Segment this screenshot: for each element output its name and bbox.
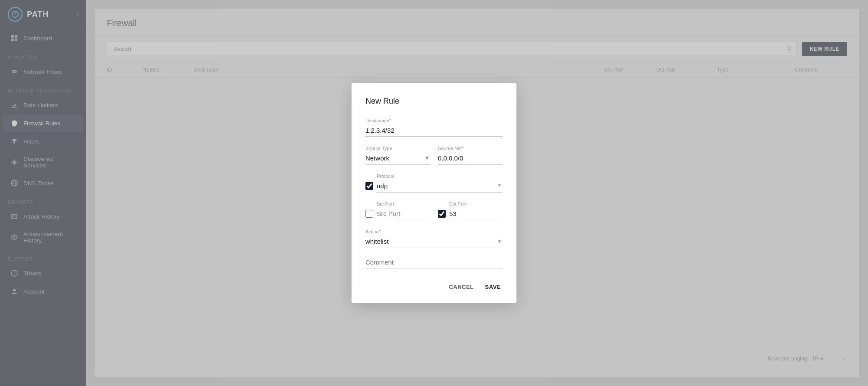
cancel-button[interactable]: CANCEL — [447, 281, 475, 293]
source-type-select[interactable]: Network IP Any — [365, 153, 430, 165]
dst-port-field: Dst Port — [438, 201, 503, 220]
save-button[interactable]: SAVE — [483, 281, 503, 293]
protocol-label: Protocol — [377, 173, 503, 179]
protocol-select[interactable]: udp tcp icmp any — [377, 180, 503, 193]
source-type-field: Source Type Network IP Any ▾ — [365, 146, 430, 165]
new-rule-modal: New Rule Destination* Source Type Networ… — [352, 83, 516, 303]
action-field: Action* whitelist blacklist ▾ — [365, 229, 503, 248]
src-port-label: Src Port — [377, 201, 430, 206]
protocol-checkbox-field: Protocol udp tcp icmp any ▾ — [365, 173, 503, 193]
protocol-row: Protocol udp tcp icmp any ▾ — [365, 173, 503, 193]
dst-port-input[interactable] — [449, 208, 503, 220]
src-port-input-wrap: Src Port — [377, 201, 430, 220]
protocol-checkbox[interactable] — [365, 182, 373, 190]
dst-port-checkbox[interactable] — [438, 210, 446, 218]
protocol-select-wrap: Protocol udp tcp icmp any ▾ — [377, 173, 503, 193]
src-port-input[interactable] — [377, 208, 430, 220]
src-port-field: Src Port — [365, 201, 430, 220]
comment-input[interactable] — [365, 257, 503, 269]
dst-port-label: Dst Port — [449, 201, 503, 206]
destination-field: Destination* — [365, 118, 503, 137]
modal-actions: CANCEL SAVE — [365, 281, 503, 293]
action-select[interactable]: whitelist blacklist — [365, 236, 503, 248]
source-row: Source Type Network IP Any ▾ Source Net* — [365, 146, 503, 165]
modal-title: New Rule — [365, 97, 503, 106]
dst-port-input-wrap: Dst Port — [449, 201, 503, 220]
source-net-input[interactable] — [438, 153, 503, 165]
source-net-label: Source Net* — [438, 146, 503, 151]
action-label: Action* — [365, 229, 503, 234]
source-type-label: Source Type — [365, 146, 430, 151]
modal-overlay: New Rule Destination* Source Type Networ… — [0, 0, 868, 386]
src-port-checkbox[interactable] — [365, 210, 373, 218]
comment-field — [365, 257, 503, 269]
destination-input[interactable] — [365, 125, 503, 137]
destination-label: Destination* — [365, 118, 503, 123]
ports-row: Src Port Dst Port — [365, 201, 503, 220]
source-net-field: Source Net* — [438, 146, 503, 165]
